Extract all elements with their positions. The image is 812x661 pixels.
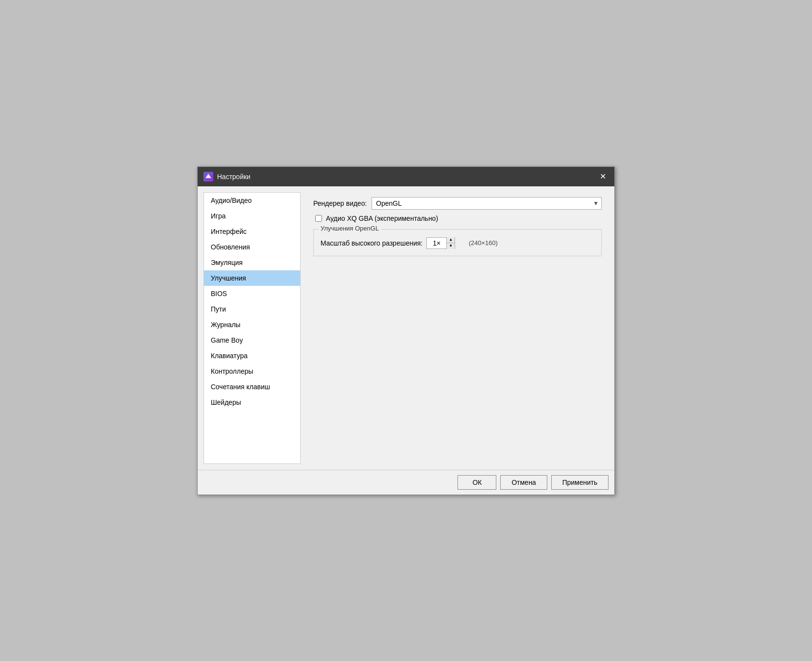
spinner-up-button[interactable]: ▲	[447, 237, 455, 243]
window-title: Настройки	[217, 173, 251, 181]
video-renderer-select[interactable]: OpenGL Direct3D Software	[372, 197, 602, 210]
close-button[interactable]: ✕	[597, 171, 609, 182]
footer: ОК Отмена Применить	[198, 470, 614, 495]
content-panel: Рендерер видео: OpenGL Direct3D Software…	[306, 192, 609, 261]
opengl-group-box: Улучшения OpenGL Масштаб высокого разреш…	[313, 229, 602, 256]
sidebar-item-keyboard[interactable]: Клавиатура	[204, 348, 300, 364]
sidebar-item-gameboy[interactable]: Game Boy	[204, 332, 300, 348]
app-icon	[203, 172, 213, 182]
sidebar-item-bios[interactable]: BIOS	[204, 286, 300, 301]
audio-xq-label[interactable]: Аудио XQ GBA (экспериментально)	[326, 215, 438, 222]
sidebar-item-shaders[interactable]: Шейдеры	[204, 395, 300, 410]
sidebar: Аудио/ВидеоИграИнтерфейсОбновленияЭмуляц…	[203, 192, 301, 464]
window-body: Аудио/ВидеоИграИнтерфейсОбновленияЭмуляц…	[198, 186, 614, 470]
video-renderer-dropdown-container: OpenGL Direct3D Software ▼	[372, 197, 602, 210]
apply-button[interactable]: Применить	[551, 475, 609, 490]
sidebar-item-controllers[interactable]: Контроллеры	[204, 364, 300, 379]
sidebar-item-emulation[interactable]: Эмуляция	[204, 255, 300, 270]
video-renderer-row: Рендерер видео: OpenGL Direct3D Software…	[313, 197, 602, 210]
spinner-down-button[interactable]: ▼	[447, 243, 455, 249]
title-bar: Настройки ✕	[198, 167, 614, 186]
sidebar-item-paths[interactable]: Пути	[204, 301, 300, 317]
ok-button[interactable]: ОК	[457, 475, 496, 490]
content-area: Рендерер видео: OpenGL Direct3D Software…	[306, 192, 609, 464]
hi-res-scale-row: Масштаб высокого разрешения: ▲ ▼ (240×16…	[321, 237, 594, 249]
sidebar-item-updates[interactable]: Обновления	[204, 239, 300, 255]
settings-window: Настройки ✕ Аудио/ВидеоИграИнтерфейсОбно…	[197, 166, 615, 495]
sidebar-item-logs[interactable]: Журналы	[204, 317, 300, 332]
title-bar-left: Настройки	[203, 172, 251, 182]
hi-res-scale-input[interactable]	[427, 238, 446, 248]
hi-res-scale-spinner: ▲ ▼	[426, 237, 455, 249]
sidebar-item-audio-video[interactable]: Аудио/Видео	[204, 193, 300, 208]
svg-marker-0	[205, 174, 211, 178]
audio-xq-row: Аудио XQ GBA (экспериментально)	[313, 215, 602, 222]
opengl-group-legend: Улучшения OpenGL	[319, 225, 381, 232]
sidebar-item-shortcuts[interactable]: Сочетания клавиш	[204, 379, 300, 395]
audio-xq-checkbox[interactable]	[315, 215, 322, 222]
video-renderer-label: Рендерер видео:	[313, 199, 367, 207]
sidebar-item-game[interactable]: Игра	[204, 208, 300, 224]
sidebar-item-interface[interactable]: Интерфейс	[204, 224, 300, 239]
sidebar-item-enhancements[interactable]: Улучшения	[204, 270, 300, 286]
cancel-button[interactable]: Отмена	[500, 475, 547, 490]
hi-res-scale-label: Масштаб высокого разрешения:	[321, 239, 423, 247]
resolution-hint: (240×160)	[469, 239, 498, 247]
spinner-buttons: ▲ ▼	[446, 237, 455, 249]
